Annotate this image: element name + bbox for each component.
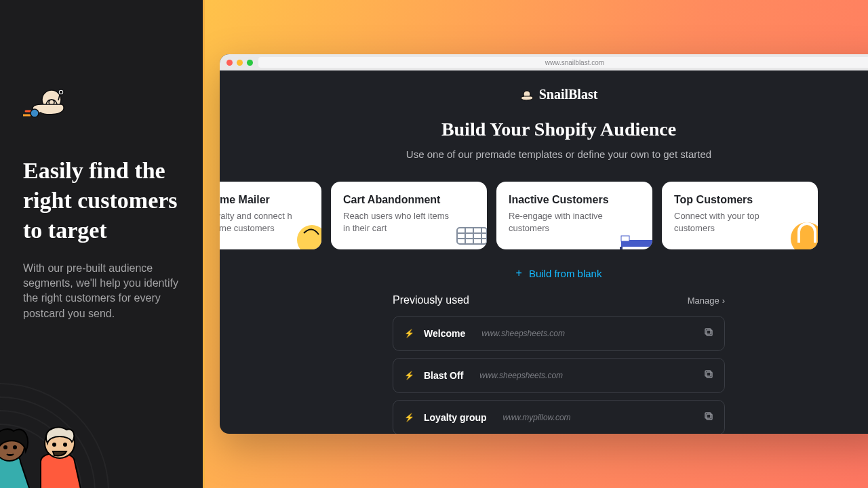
template-card-welcome[interactable]: elcome Mailer ild loyalty and connect h … [220,182,321,249]
people-illustration-icon [0,357,129,488]
svg-rect-19 [620,247,623,249]
browser-window: www.snailblast.com SnailBlast Build Your… [220,54,868,434]
plus-icon: + [516,267,522,279]
previous-item-url: www.sheepsheets.com [479,371,694,380]
left-pane: Easily find the right customers to targe… [0,0,205,488]
previous-item-url: www.sheepsheets.com [481,329,694,338]
template-card-inactive[interactable]: Inactive Customers Re-engage with inacti… [496,182,652,249]
app-title: Build Your Shopify Audience [220,119,868,140]
browser-title-bar: www.snailblast.com [220,54,868,70]
cart-icon [453,224,487,249]
template-title: Cart Abandonment [343,194,475,206]
window-maximize-icon[interactable] [247,60,253,66]
template-title: Inactive Customers [509,194,640,206]
previous-item-name: Blast Off [424,370,463,381]
build-from-blank-button[interactable]: + Build from blank [220,267,868,279]
manage-link[interactable]: Manage › [688,296,725,306]
template-card-cart[interactable]: Cart Abandonment Reach users who left it… [331,182,487,249]
coin-icon [784,216,818,249]
svg-rect-22 [707,330,712,336]
right-pane: www.snailblast.com SnailBlast Build Your… [205,0,868,488]
templates-row: elcome Mailer ild loyalty and connect h … [220,182,868,249]
manage-label: Manage [688,296,719,306]
previous-item-name: Loyalty group [424,412,487,423]
previous-item[interactable]: ⚡ Welcome www.sheepsheets.com [393,316,725,351]
sleep-icon [618,226,652,249]
wave-hand-icon [292,220,321,249]
left-body: With our pre-built audience segments, we… [23,261,180,322]
chevron-right-icon: › [722,296,725,306]
template-card-top[interactable]: Top Customers Connect with your top cust… [662,182,818,249]
app-brand: SnailBlast [220,87,868,102]
previous-item-name: Welcome [424,328,465,339]
svg-point-13 [64,443,66,446]
svg-point-12 [53,443,56,446]
previous-item[interactable]: ⚡ Loyalty group www.mypillow.com [393,400,725,434]
svg-rect-16 [457,228,487,244]
template-title: elcome Mailer [220,194,309,206]
brand-name: SnailBlast [539,87,598,102]
bolt-icon: ⚡ [404,371,414,380]
template-desc: Reach users who left items in their cart [343,210,452,234]
window-close-icon[interactable] [226,60,233,66]
url-bar[interactable]: www.snailblast.com [258,57,868,68]
svg-rect-24 [707,372,712,378]
snail-small-icon [520,89,535,100]
svg-rect-23 [705,329,711,334]
svg-point-15 [297,225,321,249]
previous-item-url: www.mypillow.com [503,413,694,422]
copy-icon[interactable] [704,327,713,340]
window-minimize-icon[interactable] [237,60,243,66]
bolt-icon: ⚡ [404,413,414,422]
app-area: SnailBlast Build Your Shopify Audience U… [220,70,868,434]
copy-icon[interactable] [704,369,713,382]
bolt-icon: ⚡ [404,329,414,338]
left-heading: Easily find the right customers to targe… [23,156,180,246]
url-text: www.snailblast.com [545,59,604,66]
svg-point-10 [14,446,16,449]
template-desc: Connect with your top customers [674,210,783,234]
snail-logo-icon [23,88,180,118]
svg-point-9 [4,446,7,449]
svg-rect-26 [707,414,712,420]
svg-rect-18 [621,236,629,241]
previously-used-section: Previously used Manage › ⚡ Welcome www.s… [393,294,725,434]
template-desc: Re-engage with inactive customers [509,210,617,234]
app-subtitle: Use one of our premade templates or defi… [220,148,868,160]
svg-rect-27 [705,413,711,418]
copy-icon[interactable] [704,411,713,424]
previously-used-title: Previously used [393,294,469,306]
build-blank-label: Build from blank [529,268,602,279]
svg-point-2 [60,92,62,94]
template-title: Top Customers [674,194,806,206]
svg-point-3 [31,109,39,117]
previous-item[interactable]: ⚡ Blast Off www.sheepsheets.com [393,358,725,393]
svg-rect-25 [705,371,711,376]
svg-rect-20 [650,247,652,249]
